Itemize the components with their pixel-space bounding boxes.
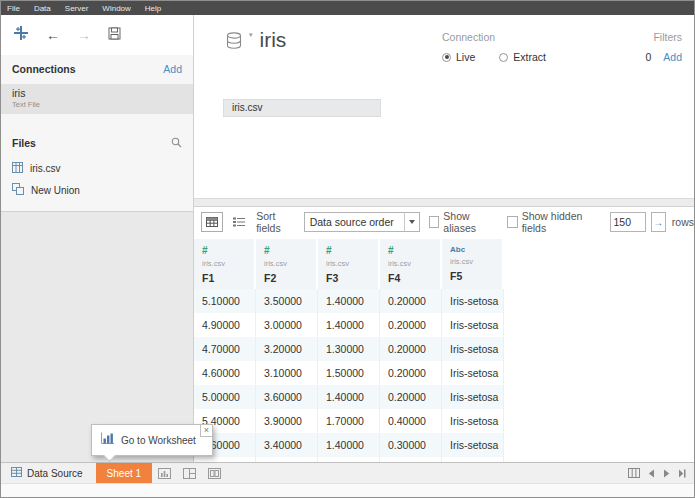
cell: 1.50000 (318, 457, 380, 462)
numeric-type-icon: # (388, 245, 440, 256)
file-item-label: iris.csv (30, 163, 61, 174)
tableau-logo-icon[interactable] (13, 25, 29, 45)
column-name: F1 (202, 272, 254, 284)
menu-window[interactable]: Window (102, 4, 130, 13)
column-header-f3[interactable]: # iris.csv F3 (318, 239, 380, 289)
forward-button[interactable]: → (77, 28, 91, 42)
sidebar-item-new-union[interactable]: New Union (1, 179, 193, 201)
go-to-worksheet-tooltip[interactable]: Go to Worksheet × (91, 424, 213, 456)
new-dashboard-icon[interactable] (177, 463, 202, 483)
menu-bar: File Data Server Window Help (1, 1, 694, 15)
cell: 0.20000 (380, 337, 442, 361)
column-name: F3 (326, 272, 378, 284)
grid-body: 5.10000 3.50000 1.40000 0.20000 Iris-set… (194, 289, 694, 462)
status-bar (1, 483, 694, 498)
table-row: 5.40000 3.90000 1.70000 0.40000 Iris-set… (194, 409, 504, 433)
new-union-label: New Union (31, 185, 80, 196)
back-button[interactable]: ← (46, 28, 60, 42)
live-radio-label: Live (456, 51, 475, 63)
tooltip-label: Go to Worksheet (121, 435, 196, 446)
prev-sheet-icon[interactable] (648, 469, 655, 478)
page-title: iris (260, 29, 287, 51)
cell: Iris-setosa (442, 289, 504, 313)
column-source: iris.csv (450, 257, 502, 266)
main-body: ← → Connections Add iris Text File Files (1, 15, 694, 462)
cell: 5.00000 (194, 457, 256, 462)
cell: 1.50000 (318, 361, 380, 385)
tab-sheet1[interactable]: Sheet 1 (96, 463, 152, 483)
show-hidden-fields-checkbox[interactable]: Show hidden fields (507, 210, 600, 234)
toolbar: ← → (1, 15, 193, 55)
live-radio[interactable]: Live (442, 51, 475, 63)
filters-label: Filters (645, 31, 682, 43)
apply-rows-button[interactable]: → (651, 212, 666, 232)
menu-server[interactable]: Server (65, 4, 89, 13)
cell: 3.50000 (256, 289, 318, 313)
cell: 3.40000 (256, 457, 318, 462)
tab-data-source[interactable]: Data Source (1, 463, 93, 483)
next-sheet-icon[interactable] (663, 469, 670, 478)
menu-data[interactable]: Data (34, 4, 51, 13)
menu-file[interactable]: File (7, 4, 20, 13)
metadata-view-button[interactable] (229, 212, 251, 232)
canvas-grid-splitter[interactable] (194, 198, 694, 207)
cell: 1.40000 (318, 313, 380, 337)
show-aliases-checkbox[interactable]: Show aliases (429, 210, 498, 234)
column-source: iris.csv (326, 259, 378, 268)
column-header-f2[interactable]: # iris.csv F2 (256, 239, 318, 289)
grid-toolbar: Sort fields Data source order Show alias… (194, 207, 694, 237)
sheet-nav-icons (628, 463, 694, 483)
cell: 1.40000 (318, 433, 380, 457)
cell: 0.20000 (380, 457, 442, 462)
dropdown-arrow-icon[interactable] (404, 213, 419, 231)
column-name: F5 (450, 270, 502, 282)
new-story-icon[interactable] (202, 463, 227, 483)
database-icon (226, 32, 242, 54)
column-header-f4[interactable]: # iris.csv F4 (380, 239, 442, 289)
extract-radio[interactable]: Extract (499, 51, 546, 63)
canvas-table-chip[interactable]: iris.csv (223, 99, 381, 117)
connection-type: Text File (12, 100, 193, 109)
union-icon (12, 183, 24, 197)
cell: 1.40000 (318, 289, 380, 313)
cell: 1.40000 (318, 385, 380, 409)
save-icon[interactable] (108, 26, 121, 44)
cell: 3.00000 (256, 313, 318, 337)
column-header-f1[interactable]: # iris.csv F1 (194, 239, 256, 289)
sheet-tab-bar: Data Source Sheet 1 (1, 462, 694, 483)
connections-header: Connections Add (1, 55, 193, 80)
grid-header-row: # iris.csv F1 # iris.csv F2 # iris.csv F… (194, 239, 694, 289)
table-row: 4.60000 3.40000 1.40000 0.30000 Iris-set… (194, 433, 504, 457)
filters-group: Filters 0 Add (645, 31, 682, 63)
add-connection-link[interactable]: Add (163, 63, 182, 75)
cell: Iris-setosa (442, 457, 504, 462)
cell: 3.20000 (256, 337, 318, 361)
connection-item-iris[interactable]: iris Text File (1, 84, 193, 114)
table-row: 4.70000 3.20000 1.30000 0.20000 Iris-set… (194, 337, 504, 361)
show-filmstrip-icon[interactable] (628, 468, 640, 478)
cell: 1.70000 (318, 409, 380, 433)
files-header: Files (1, 126, 193, 157)
tabbar-spacer (227, 463, 628, 483)
connection-type-group: Connection Live Extract (442, 31, 546, 63)
filters-add-link[interactable]: Add (663, 51, 682, 63)
tableau-window: File Data Server Window Help ← → (0, 0, 695, 498)
new-worksheet-icon[interactable] (152, 463, 177, 483)
search-icon[interactable] (171, 134, 182, 152)
cell: 3.60000 (256, 385, 318, 409)
show-aliases-label: Show aliases (443, 210, 497, 234)
column-header-f5[interactable]: Abc iris.csv F5 (442, 239, 504, 289)
table-row: 4.90000 3.00000 1.40000 0.20000 Iris-set… (194, 313, 504, 337)
rows-count-input[interactable] (610, 212, 646, 232)
radio-selected-icon (442, 53, 451, 62)
checkbox-icon (507, 216, 518, 228)
chevron-down-icon[interactable]: ▾ (249, 31, 253, 39)
sort-order-dropdown[interactable]: Data source order (304, 212, 420, 232)
grid-view-button[interactable] (201, 212, 223, 232)
table-file-icon (12, 162, 23, 175)
sidebar-item-iris-csv[interactable]: iris.csv (1, 157, 193, 179)
close-icon[interactable]: × (200, 424, 213, 437)
last-sheet-icon[interactable] (678, 469, 686, 478)
menu-help[interactable]: Help (145, 4, 161, 13)
connection-name: iris (12, 87, 193, 99)
